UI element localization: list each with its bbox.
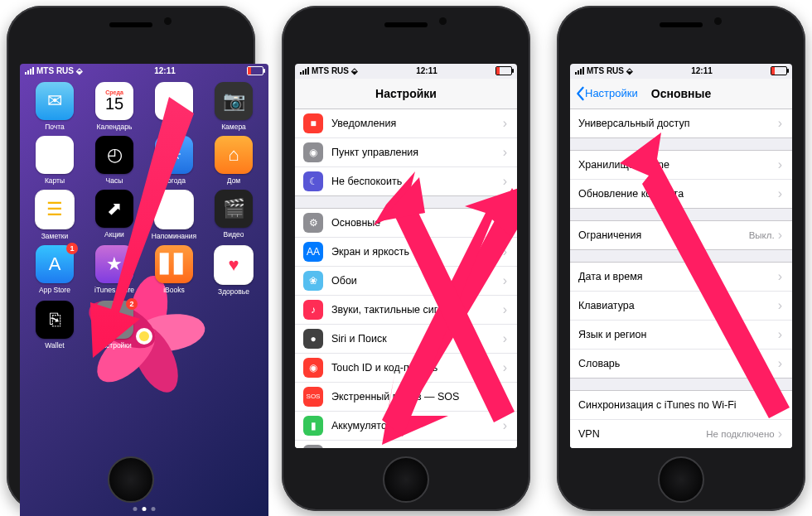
row-label: VPN — [578, 428, 706, 440]
app-здоровье[interactable]: ♥Здоровье — [205, 245, 262, 296]
row-Уведомления[interactable]: ■Уведомления› — [295, 109, 517, 138]
row-label: Хранилище iPhone — [578, 159, 778, 171]
row-Не беспокоить[interactable]: ☾Не беспокоить› — [295, 167, 517, 195]
row-label: Уведомления — [331, 118, 503, 129]
row-Экран и яркость[interactable]: AAЭкран и яркость› — [295, 238, 517, 267]
page-dots[interactable] — [133, 507, 156, 511]
home-button[interactable] — [658, 456, 704, 503]
chevron-right-icon: › — [778, 299, 782, 312]
app-фото[interactable]: ❀Фото — [146, 82, 202, 131]
row-label: Обои — [331, 275, 503, 287]
row-Язык и регион[interactable]: Язык и регион› — [570, 321, 792, 350]
row-icon: ♪ — [303, 300, 323, 320]
row-Звуки, тактильные сигналы[interactable]: ♪Звуки, тактильные сигналы› — [295, 296, 517, 325]
clock-label: 12:11 — [154, 66, 176, 75]
row-Обновление контента[interactable]: Обновление контента› — [570, 180, 792, 208]
wifi-icon: ⬙ — [76, 66, 83, 75]
row-label: Не беспокоить — [331, 176, 503, 187]
row-icon: ☾ — [303, 171, 323, 191]
app-карты[interactable]: ➤Карты — [27, 136, 83, 185]
row-Синхронизация с iTunes по Wi-Fi[interactable]: Синхронизация с iTunes по Wi-Fi› — [570, 391, 792, 420]
chevron-right-icon: › — [778, 117, 782, 130]
back-label: Настройки — [585, 87, 638, 99]
row-Словарь[interactable]: Словарь› — [570, 350, 792, 378]
row-label: Обновление контента — [578, 188, 778, 200]
iphone-home: MTS RUS⬙ 12:11 ✉︎ПочтаСреда15Календарь❀Ф… — [7, 6, 255, 511]
chevron-right-icon: › — [503, 390, 507, 403]
app-напоминания[interactable]: ☰Напоминания — [146, 190, 202, 240]
chevron-right-icon: › — [503, 361, 507, 374]
row-Основные[interactable]: ⚙︎Основные› — [295, 209, 517, 238]
home-button[interactable] — [108, 456, 154, 503]
row-Обои[interactable]: ❀Обои› — [295, 267, 517, 296]
row-icon: SOS — [303, 387, 323, 407]
nav-title: Настройки — [375, 87, 437, 100]
carrier-label: MTS RUS — [36, 66, 74, 75]
chevron-right-icon: › — [778, 357, 782, 370]
row-icon: ▮ — [303, 416, 323, 436]
row-Siri и Поиск[interactable]: ●Siri и Поиск› — [295, 325, 517, 354]
nav-title: Основные — [651, 87, 712, 100]
row-Пункт управления[interactable]: ◉Пункт управления› — [295, 138, 517, 167]
row-label: Дата и время — [578, 271, 778, 282]
app-акции[interactable]: ⬈Акции — [86, 190, 143, 240]
row-Клавиатура[interactable]: Клавиатура› — [570, 292, 792, 321]
app-ibooks[interactable]: ▋▋iBooks — [146, 245, 202, 296]
app-камера[interactable]: 📷Камера — [205, 82, 262, 131]
row-Хранилище iPhone[interactable]: Хранилище iPhone› — [570, 151, 792, 180]
app-настройки[interactable]: ⚙︎Настройки2 — [86, 301, 143, 350]
row-icon: ● — [303, 329, 323, 349]
chevron-right-icon: › — [503, 117, 507, 130]
row-Экстренный вызов — SOS[interactable]: SOSЭкстренный вызов — SOS› — [295, 383, 517, 412]
row-Конфиденциальность[interactable]: ✋Конфиденциальность› — [295, 441, 517, 448]
back-button[interactable]: Настройки — [575, 86, 638, 101]
nav-bar: Настройки Основные — [570, 79, 792, 109]
row-detail: Выкл. — [749, 230, 775, 240]
app-часы[interactable]: ◴Часы — [86, 136, 143, 185]
row-Универсальный доступ[interactable]: Универсальный доступ› — [570, 109, 792, 137]
chevron-right-icon: › — [503, 175, 507, 188]
app-календарь[interactable]: Среда15Календарь — [86, 82, 143, 131]
battery-icon — [495, 66, 512, 75]
row-label: Аккумулятор — [331, 420, 503, 432]
row-label: Экран и яркость — [331, 246, 503, 258]
chevron-right-icon: › — [503, 146, 507, 159]
app-погода[interactable]: ☀︎Погода — [146, 136, 202, 185]
row-Ограничения[interactable]: ОграниченияВыкл.› — [570, 221, 792, 249]
app-заметки[interactable]: ☰Заметки — [27, 190, 83, 240]
chevron-right-icon: › — [778, 398, 782, 412]
row-Touch ID и код-пароль[interactable]: ◉Touch ID и код-пароль› — [295, 354, 517, 383]
wifi-icon: ⬙ — [626, 66, 633, 75]
iphone-settings-root: MTS RUS⬙ 12:11 Настройки ■Уведомления›◉П… — [282, 6, 530, 511]
row-VPN[interactable]: VPNНе подключено› — [570, 420, 792, 448]
app-app store[interactable]: AApp Store1 — [27, 245, 83, 296]
chevron-right-icon: › — [503, 245, 507, 258]
row-label: Универсальный доступ — [578, 118, 778, 129]
app-wallet[interactable]: ⎘Wallet — [27, 301, 83, 350]
row-label: Экстренный вызов — SOS — [331, 391, 503, 403]
app-дом[interactable]: ⌂Дом — [205, 136, 262, 185]
wifi-icon: ⬙ — [351, 66, 358, 75]
row-icon: ◉ — [303, 142, 323, 162]
chevron-right-icon: › — [778, 229, 782, 242]
nav-bar: Настройки — [295, 79, 517, 109]
chevron-right-icon: › — [778, 187, 782, 200]
app-почта[interactable]: ✉︎Почта — [27, 82, 83, 131]
clock-label: 12:11 — [416, 66, 437, 75]
row-Аккумулятор[interactable]: ▮Аккумулятор› — [295, 412, 517, 441]
signal-icon — [25, 67, 34, 75]
battery-icon — [247, 66, 263, 75]
home-screen: MTS RUS⬙ 12:11 ✉︎ПочтаСреда15Календарь❀Ф… — [20, 64, 268, 517]
row-icon: ✋ — [303, 445, 323, 448]
general-list: Универсальный доступ›Хранилище iPhone›Об… — [570, 109, 792, 448]
app-itunes store[interactable]: ★iTunes Store — [86, 245, 143, 296]
chevron-right-icon: › — [503, 216, 507, 229]
row-Дата и время[interactable]: Дата и время› — [570, 263, 792, 292]
row-label: Основные — [331, 217, 503, 229]
app-видео[interactable]: 🎬Видео — [205, 190, 262, 240]
signal-icon — [300, 67, 309, 75]
home-button[interactable] — [383, 456, 429, 503]
clock-label: 12:11 — [691, 66, 713, 75]
row-label: Словарь — [578, 358, 778, 369]
carrier-label: MTS RUS — [587, 66, 624, 75]
